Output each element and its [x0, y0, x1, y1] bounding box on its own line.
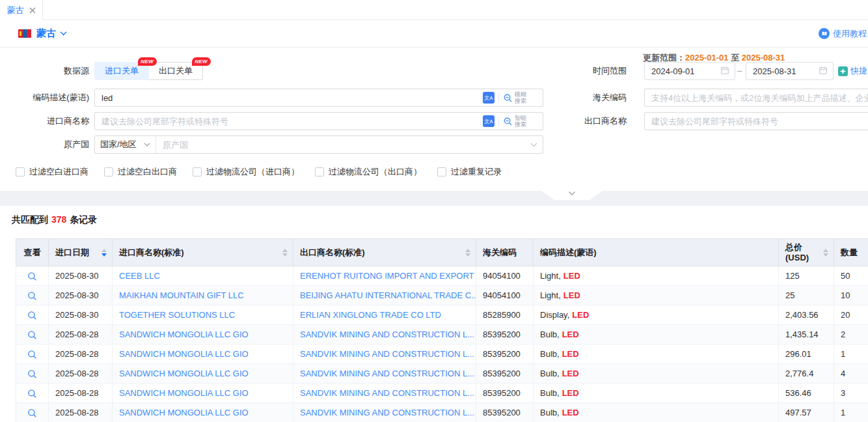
code-desc-input[interactable]: [94, 89, 543, 107]
new-badge: NEW: [138, 57, 157, 66]
column-header[interactable]: 出口商名称(标准): [293, 239, 476, 266]
view-details-icon[interactable]: [27, 369, 37, 379]
translate-icon[interactable]: 文A: [483, 92, 495, 104]
importer-name-input[interactable]: [94, 112, 543, 130]
tutorial-link[interactable]: 使用教程: [819, 28, 867, 40]
table-row: 2025-08-30 CEEB LLC ERENHOT RUITONG IMPO…: [16, 266, 868, 286]
filter-checkbox[interactable]: 过滤空白出口商: [104, 166, 177, 178]
checkbox-box[interactable]: [104, 167, 113, 176]
view-details-icon[interactable]: [27, 408, 37, 418]
view-details-icon[interactable]: [27, 311, 37, 320]
importer-link[interactable]: SANDWICH MONGOLIA LLC GIO: [119, 369, 249, 378]
importer-link[interactable]: TOGETHER SOLUTIONS LLC: [119, 310, 235, 320]
exporter-link[interactable]: SANDVIK MINING AND CONSTRUCTION L...: [300, 388, 474, 398]
total-usd-cell: 296.01: [779, 345, 834, 364]
page-tab-mongolia[interactable]: 蒙古: [0, 0, 43, 20]
exporter-link[interactable]: SANDVIK MINING AND CONSTRUCTION L...: [300, 330, 474, 339]
filter-checkbox[interactable]: 过滤物流公司（出口商）: [315, 166, 422, 178]
table-row: 2025-08-28 SANDWICH MONGOLIA LLC GIO SAN…: [16, 364, 868, 384]
hs-code-cell: 85285900: [476, 305, 534, 325]
desc-cell: Bulb,LED: [534, 384, 779, 403]
quantity-cell: 50: [834, 266, 868, 286]
collapse-filters-button[interactable]: [541, 191, 603, 200]
desc-cell: Bulb,LED: [534, 364, 779, 384]
checkbox-box[interactable]: [315, 167, 324, 176]
view-cell: [16, 403, 49, 422]
hs-code-cell: 85395200: [476, 364, 534, 384]
view-details-icon[interactable]: [27, 330, 37, 340]
code-desc-label: 编码描述(蒙语): [0, 89, 89, 107]
translate-icon[interactable]: 文A: [483, 115, 495, 127]
quick-select-icon: [838, 66, 848, 76]
origin-region-select[interactable]: 国家/地区: [95, 136, 156, 153]
importer-link[interactable]: MAIKHAN MOUNTAIN GIFT LLC: [119, 290, 244, 300]
import-date-cell: 2025-08-30: [49, 266, 113, 286]
filter-checkbox[interactable]: 过滤空白进口商: [16, 166, 88, 178]
chevron-down-icon[interactable]: [60, 31, 67, 36]
filter-checkbox[interactable]: 过滤物流公司（进口商）: [193, 166, 299, 178]
view-details-icon[interactable]: [27, 389, 37, 399]
import-date-cell: 2025-08-28: [49, 384, 113, 403]
exporter-link[interactable]: ERLIAN XINGLONG TRADE CO LTD: [300, 310, 441, 320]
exporter-link[interactable]: SANDVIK MINING AND CONSTRUCTION L...: [300, 369, 474, 378]
view-details-icon[interactable]: [27, 291, 37, 301]
panel-gap-strip: [0, 191, 868, 206]
chevron-down-icon[interactable]: [530, 143, 537, 147]
checkbox-box[interactable]: [193, 167, 202, 176]
sort-carets-icon[interactable]: [98, 249, 107, 257]
smart-search-toggle[interactable]: 智能搜索: [503, 115, 528, 128]
data-source-tab[interactable]: 进口关单 NEW: [94, 62, 149, 80]
importer-link[interactable]: SANDWICH MONGOLIA LLC GIO: [119, 408, 249, 417]
importer-link[interactable]: SANDWICH MONGOLIA LLC GIO: [119, 349, 249, 359]
filter-checkbox[interactable]: 过滤重复记录: [437, 166, 502, 178]
fuzzy-search-toggle[interactable]: 模糊搜索: [503, 91, 528, 104]
table-row: 2025-08-30 MAIKHAN MOUNTAIN GIFT LLC BEI…: [16, 286, 868, 305]
column-header[interactable]: 进口日期: [49, 239, 113, 266]
importer-name-label: 进口商名称: [0, 112, 89, 130]
importer-cell: SANDWICH MONGOLIA LLC GIO: [113, 384, 293, 403]
importer-link[interactable]: SANDWICH MONGOLIA LLC GIO: [119, 388, 249, 398]
checkbox-label: 过滤空白出口商: [118, 166, 177, 178]
date-end-input[interactable]: 2025-08-31: [746, 62, 834, 80]
hs-code-cell: 85395200: [476, 325, 534, 345]
exporter-link[interactable]: BEIJING AHATU INTERNATIONAL TRADE C...: [300, 290, 476, 300]
update-range-end: 2025-08-31: [742, 53, 785, 63]
exporter-link[interactable]: ERENHOT RUITONG IMPORT AND EXPORT ...: [300, 271, 476, 281]
column-header[interactable]: 总价 (USD): [779, 239, 834, 266]
column-header[interactable]: 进口商名称(标准): [113, 239, 293, 266]
origin-country-input[interactable]: [156, 136, 530, 153]
importer-link[interactable]: CEEB LLC: [119, 271, 160, 281]
hs-code-input[interactable]: [644, 89, 868, 107]
checkbox-label: 过滤重复记录: [451, 166, 502, 178]
sort-carets-icon[interactable]: [461, 249, 470, 257]
quick-select-button[interactable]: 快捷: [838, 62, 867, 80]
view-cell: [16, 345, 49, 364]
total-usd-cell: 497.57: [779, 403, 834, 422]
checkbox-box[interactable]: [16, 167, 25, 176]
exporter-name-input[interactable]: [644, 112, 868, 130]
view-details-icon[interactable]: [27, 272, 37, 281]
date-start-input[interactable]: 2024-09-01: [644, 62, 735, 80]
view-cell: [16, 384, 49, 403]
view-details-icon[interactable]: [27, 350, 37, 359]
import-date-cell: 2025-08-30: [49, 305, 113, 325]
importer-link[interactable]: SANDWICH MONGOLIA LLC GIO: [119, 330, 249, 339]
country-name[interactable]: 蒙古: [36, 27, 56, 40]
checkbox-label: 过滤物流公司（出口商）: [329, 166, 422, 178]
exporter-link[interactable]: SANDVIK MINING AND CONSTRUCTION L...: [300, 408, 474, 417]
close-tab-icon[interactable]: [29, 7, 36, 14]
checkbox-box[interactable]: [437, 167, 446, 176]
column-header[interactable]: 查看: [16, 239, 49, 266]
exporter-cell: SANDVIK MINING AND CONSTRUCTION L...: [293, 325, 476, 345]
exporter-link[interactable]: SANDVIK MINING AND CONSTRUCTION L...: [300, 349, 474, 359]
hs-code-cell: 94054100: [476, 266, 534, 286]
column-header[interactable]: 编码描述(蒙语): [534, 239, 779, 266]
column-header[interactable]: 数量: [834, 239, 868, 266]
importer-input-tools: 文A 智能搜索: [483, 112, 528, 130]
quantity-cell: 1: [834, 345, 868, 364]
sort-carets-icon[interactable]: [278, 249, 288, 257]
column-header[interactable]: 海关编码: [476, 239, 534, 266]
quantity-cell: 1: [834, 403, 868, 422]
data-source-tab[interactable]: 出口关单 NEW: [148, 62, 203, 80]
sort-carets-icon[interactable]: [819, 249, 828, 257]
